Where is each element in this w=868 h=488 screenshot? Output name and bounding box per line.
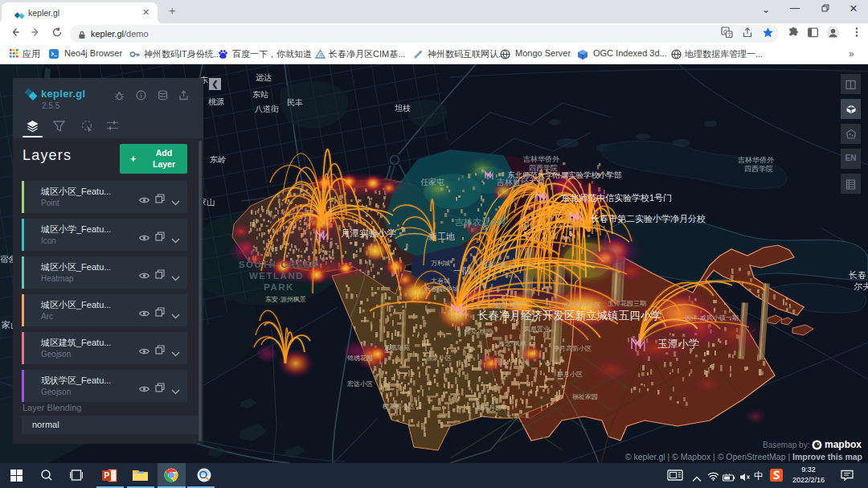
svg-text:万利城: 万利城 [431, 260, 450, 267]
svg-text:四西学院: 四西学院 [744, 165, 773, 173]
svg-text:东安·源州枫景: 东安·源州枫景 [265, 296, 306, 303]
svg-text:吉林华侨外: 吉林华侨外 [738, 156, 775, 164]
svg-text:PARK: PARK [264, 282, 294, 292]
svg-text:东岭: 东岭 [210, 155, 226, 164]
svg-text:月潭实验小学: 月潭实验小学 [341, 228, 396, 238]
svg-text:东北师范大学附属实验学校小学部: 东北师范大学附属实验学校小学部 [507, 170, 622, 179]
svg-text:新工地: 新工地 [428, 232, 455, 241]
svg-text:A: A [319, 52, 323, 58]
svg-text:凤凰瑞苑: 凤凰瑞苑 [384, 344, 410, 351]
svg-text:长春净月经济开发区新立城镇五四小学: 长春净月经济开发区新立城镇五四小学 [477, 310, 662, 322]
svg-text:净月高新小区: 净月高新小区 [553, 345, 592, 352]
svg-text:P: P [104, 471, 110, 480]
svg-text:长春·颐华城: 长春·颐华城 [424, 285, 459, 293]
svg-text:益田·瑞湾: 益田·瑞湾 [495, 301, 523, 309]
svg-text:坦枝: 坦枝 [395, 104, 411, 113]
svg-text:一队: 一队 [453, 266, 471, 276]
svg-text:凤凰置业: 凤凰置业 [524, 326, 550, 333]
svg-text:吉林华侨外: 吉林华侨外 [523, 155, 560, 163]
svg-text:八道街: 八道街 [255, 105, 279, 113]
svg-text:樱花园小区: 樱花园小区 [383, 403, 415, 410]
svg-text:WETLAND: WETLAND [249, 271, 304, 281]
svg-text:大有城: 大有城 [431, 277, 450, 285]
svg-text:光明净月小区: 光明净月小区 [563, 301, 601, 309]
svg-text:吉林农业大学: 吉林农业大学 [454, 217, 508, 227]
svg-text:净月小区: 净月小区 [557, 371, 583, 378]
svg-text:民丰: 民丰 [287, 98, 303, 107]
svg-text:康诗丹郡: 康诗丹郡 [476, 404, 502, 412]
svg-text:文: 文 [727, 31, 732, 37]
svg-text:宏达小区: 宏达小区 [346, 380, 373, 388]
svg-text:东站: 东站 [252, 90, 268, 99]
svg-text:锦绣花园: 锦绣花园 [346, 355, 373, 362]
svg-text:尔夫: 尔夫 [854, 281, 868, 291]
svg-text:雅念·枫林: 雅念·枫林 [498, 340, 526, 347]
svg-text:任家屯: 任家屯 [420, 178, 444, 187]
svg-text:长春: 长春 [848, 270, 866, 280]
svg-text:东北师范中信实验学校1号门: 东北师范中信实验学校1号门 [561, 193, 672, 203]
svg-text:书香门第: 书香门第 [481, 261, 506, 269]
svg-text:长春市第二实验小学净月分校: 长春市第二实验小学净月分校 [590, 214, 706, 223]
svg-text:玉潭小学: 玉潭小学 [657, 338, 699, 350]
svg-text:玉潭花园三期: 玉潭花园三期 [608, 300, 646, 307]
svg-text:远洋·戚风小镇一期: 远洋·戚风小镇一期 [685, 314, 739, 322]
svg-text:福祉家园: 福祉家园 [571, 393, 598, 400]
svg-text:雅众·桃园: 雅众·桃园 [465, 328, 493, 335]
svg-text:远达: 远达 [256, 73, 272, 82]
svg-text:温泉小区: 温泉小区 [426, 355, 452, 362]
svg-text:桃源: 桃源 [208, 97, 224, 106]
svg-text:SOUTH CREEK: SOUTH CREEK [239, 260, 319, 269]
